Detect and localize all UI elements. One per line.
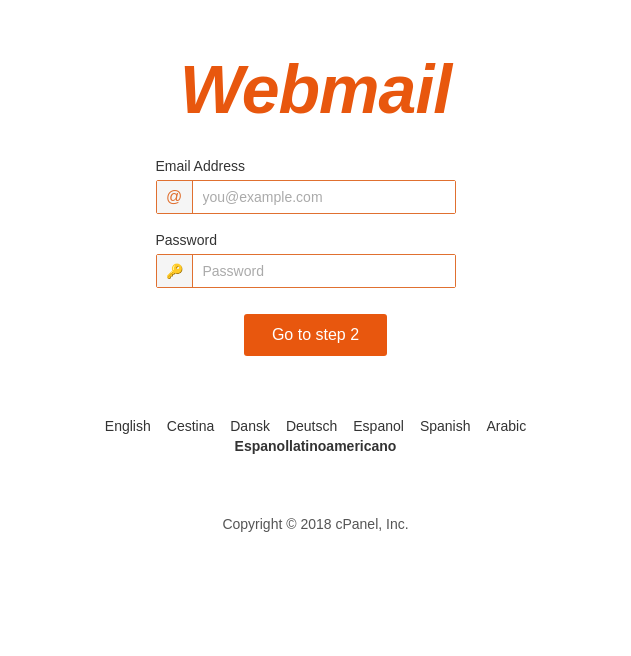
email-input[interactable] xyxy=(193,181,455,213)
email-input-group: @ xyxy=(156,180,456,214)
copyright-text: Copyright © 2018 cPanel, Inc. xyxy=(222,516,408,532)
email-label: Email Address xyxy=(156,158,245,174)
email-icon: @ xyxy=(157,181,193,213)
language-link[interactable]: English xyxy=(97,416,159,436)
password-icon: 🔑 xyxy=(157,255,193,287)
language-section: EnglishCestinaDanskDeutschEspanolSpanish… xyxy=(26,416,606,456)
language-link[interactable]: Spanish xyxy=(412,416,479,436)
language-link[interactable]: Deutsch xyxy=(278,416,345,436)
password-input[interactable] xyxy=(193,255,455,287)
password-label: Password xyxy=(156,232,217,248)
language-link[interactable]: Dansk xyxy=(222,416,278,436)
password-input-group: 🔑 xyxy=(156,254,456,288)
language-link[interactable]: Arabic xyxy=(478,416,534,436)
app-logo: Webmail xyxy=(180,51,451,127)
language-link[interactable]: Cestina xyxy=(159,416,222,436)
login-form: Email Address @ Password 🔑 Go to step 2 xyxy=(156,158,476,356)
language-link[interactable]: Espanollatinoamericano xyxy=(227,436,405,456)
submit-button[interactable]: Go to step 2 xyxy=(244,314,387,356)
logo-container: Webmail xyxy=(180,50,451,128)
language-link[interactable]: Espanol xyxy=(345,416,412,436)
language-links: EnglishCestinaDanskDeutschEspanolSpanish… xyxy=(26,416,606,456)
